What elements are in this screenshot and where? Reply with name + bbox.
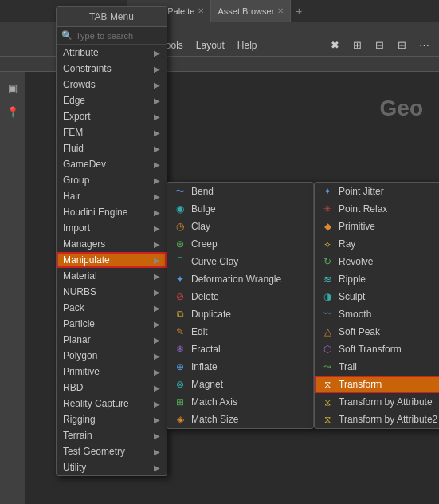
menu-item-fem[interactable]: FEM ▶ — [57, 124, 167, 140]
submenu-soft-peak[interactable]: △ Soft Peak — [315, 323, 439, 341]
menu-item-primitive[interactable]: Primitive ▶ — [57, 364, 167, 380]
creep-icon: ⊛ — [174, 238, 186, 250]
submenu-creep[interactable]: ⊛ Creep — [167, 235, 313, 253]
transform-attrib-icon: ⧖ — [321, 396, 334, 408]
menu-item-import[interactable]: Import ▶ — [57, 220, 167, 236]
menu-item-rigging[interactable]: Rigging ▶ — [57, 411, 167, 427]
menu-item-edge[interactable]: Edge ▶ — [57, 93, 167, 108]
arrow-icon: ▶ — [154, 415, 160, 424]
transform-attrib2-icon: ⧖ — [321, 413, 334, 426]
submenu-match-axis[interactable]: ⊞ Match Axis — [167, 393, 313, 411]
tab-asset-browser-close[interactable]: ✕ — [277, 6, 284, 15]
arrow-icon: ▶ — [154, 160, 160, 169]
submenu-smooth[interactable]: 〰 Smooth — [315, 305, 439, 323]
arrow-icon: ▶ — [154, 112, 160, 121]
menu-item-rbd[interactable]: RBD ▶ — [57, 380, 167, 396]
arrow-icon: ▶ — [154, 192, 160, 201]
menu-item-managers[interactable]: Managers ▶ — [57, 236, 167, 252]
submenu-point-relax[interactable]: ✳ Point Relax — [315, 200, 439, 218]
submenu-primitive[interactable]: ◆ Primitive — [315, 218, 439, 235]
pin-tool[interactable]: 📍 — [3, 102, 22, 121]
toolbar-icon-dots[interactable]: ⋯ — [415, 37, 433, 54]
submenu-transform-attrib2[interactable]: ⧖ Transform by Attribute2 — [315, 411, 439, 428]
submenu-bulge[interactable]: ◉ Bulge — [167, 200, 313, 218]
arrow-icon: ▶ — [154, 176, 160, 185]
arrow-icon: ▶ — [154, 400, 160, 408]
image-tool[interactable]: ▣ — [3, 78, 22, 97]
menu-item-constraints[interactable]: Constraints ▶ — [57, 61, 167, 77]
arrow-icon: ▶ — [154, 288, 160, 297]
tab-material-palette-close[interactable]: ✕ — [198, 6, 204, 15]
menu-layout[interactable]: Layout — [196, 40, 225, 51]
delete-icon: ⊘ — [174, 290, 186, 303]
submenu-trail[interactable]: ⤳ Trail — [315, 358, 439, 376]
arrow-icon: ▶ — [154, 240, 160, 249]
submenu-delete[interactable]: ⊘ Delete — [167, 288, 313, 305]
menu-item-houdini-engine[interactable]: Houdini Engine ▶ — [57, 204, 167, 220]
match-size-icon: ◈ — [174, 413, 186, 426]
submenu-clay[interactable]: ◷ Clay — [167, 218, 313, 235]
menu-item-utility[interactable]: Utility ▶ — [57, 459, 167, 475]
arrow-icon: ▶ — [154, 224, 160, 233]
menu-item-polygon[interactable]: Polygon ▶ — [57, 348, 167, 364]
menu-item-reality-capture[interactable]: Reality Capture ▶ — [57, 396, 167, 411]
left-sidebar: ⊹ 👁 abc ▣ 📍 — [0, 0, 25, 504]
tab-asset-browser-label: Asset Browser — [218, 6, 274, 16]
tab-menu-title: TAB Menu — [57, 7, 167, 27]
arrow-icon: ▶ — [154, 256, 160, 265]
submenu-curve-clay[interactable]: ⌒ Curve Clay — [167, 253, 313, 270]
submenu-fractal[interactable]: ❄ Fractal — [167, 341, 313, 358]
menu-item-fluid[interactable]: Fluid ▶ — [57, 140, 167, 156]
tab-asset-browser[interactable]: Asset Browser ✕ — [211, 0, 291, 22]
geo-label: Geo — [380, 96, 423, 121]
search-input[interactable] — [76, 31, 162, 41]
submenu-transform[interactable]: ⧖ Transform — [315, 376, 439, 393]
point-jitter-icon: ✦ — [321, 185, 334, 198]
soft-peak-icon: △ — [321, 325, 334, 338]
toolbar-icon-wrench[interactable]: ✖ — [326, 37, 343, 54]
submenu-edit[interactable]: ✎ Edit — [167, 323, 313, 341]
menu-item-hair[interactable]: Hair ▶ — [57, 188, 167, 204]
arrow-icon: ▶ — [154, 96, 160, 105]
menu-item-particle[interactable]: Particle ▶ — [57, 316, 167, 332]
arrow-icon: ▶ — [154, 49, 160, 57]
menu-item-test-geometry[interactable]: Test Geometry ▶ — [57, 443, 167, 459]
menu-item-attribute[interactable]: Attribute ▶ — [57, 45, 167, 61]
submenu-inflate[interactable]: ⊕ Inflate — [167, 358, 313, 376]
submenu-magnet[interactable]: ⊗ Magnet — [167, 376, 313, 393]
menu-item-crowds[interactable]: Crowds ▶ — [57, 77, 167, 93]
submenu-point-jitter[interactable]: ✦ Point Jitter — [315, 183, 439, 200]
menu-item-pack[interactable]: Pack ▶ — [57, 300, 167, 316]
submenu-transform-attrib[interactable]: ⧖ Transform by Attribute — [315, 393, 439, 411]
menu-item-gamedev[interactable]: GameDev ▶ — [57, 156, 167, 172]
search-row: 🔍 — [57, 27, 167, 45]
submenu-duplicate[interactable]: ⧉ Duplicate — [167, 305, 313, 323]
toolbar-icon-grid1[interactable]: ⊞ — [348, 37, 366, 54]
submenu-deform-wrangle[interactable]: ✦ Deformation Wrangle — [167, 270, 313, 288]
submenu-ray[interactable]: ⟡ Ray — [315, 235, 439, 253]
menu-item-material[interactable]: Material ▶ — [57, 268, 167, 284]
manipulate-submenu-right: ✦ Point Jitter ✳ Point Relax ◆ Primitive… — [314, 182, 439, 429]
menu-item-nurbs[interactable]: NURBS ▶ — [57, 284, 167, 300]
submenu-bend[interactable]: 〜 Bend — [167, 183, 313, 200]
edit-icon: ✎ — [174, 325, 186, 338]
toolbar-icon-grid3[interactable]: ⊞ — [393, 37, 410, 54]
menu-item-planar[interactable]: Planar ▶ — [57, 332, 167, 348]
submenu-sculpt[interactable]: ◑ Sculpt — [315, 288, 439, 305]
arrow-icon: ▶ — [154, 304, 160, 313]
menu-item-manipulate[interactable]: Manipulate ▶ — [57, 252, 167, 268]
menu-item-group[interactable]: Group ▶ — [57, 172, 167, 188]
trail-icon: ⤳ — [321, 360, 334, 373]
submenu-revolve[interactable]: ↻ Revolve — [315, 253, 439, 270]
toolbar-icon-grid2[interactable]: ⊟ — [370, 37, 388, 54]
tab-add-button[interactable]: + — [291, 5, 307, 18]
arrow-icon: ▶ — [154, 144, 160, 153]
menu-item-export[interactable]: Export ▶ — [57, 108, 167, 124]
arrow-icon: ▶ — [154, 384, 160, 392]
magnet-icon: ⊗ — [174, 378, 186, 391]
menu-item-terrain[interactable]: Terrain ▶ — [57, 427, 167, 443]
submenu-soft-transform[interactable]: ⬡ Soft Transform — [315, 341, 439, 358]
submenu-ripple[interactable]: ≋ Ripple — [315, 270, 439, 288]
menu-help[interactable]: Help — [237, 40, 257, 51]
submenu-match-size[interactable]: ◈ Match Size — [167, 411, 313, 428]
